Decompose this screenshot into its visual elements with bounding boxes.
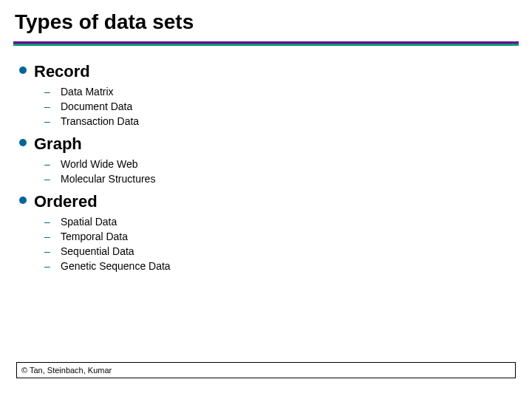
- dash-icon: –: [44, 115, 52, 127]
- list-item-text: Spatial Data: [61, 216, 117, 228]
- slide: Types of data sets Record – Data Matrix …: [0, 0, 532, 399]
- section-heading-text: Ordered: [34, 192, 98, 211]
- dash-icon: –: [44, 216, 52, 228]
- list-item-text: Document Data: [61, 100, 132, 112]
- dash-icon: –: [44, 260, 52, 272]
- list-item-text: Transaction Data: [61, 115, 139, 127]
- section-heading-text: Record: [34, 62, 90, 81]
- dash-icon: –: [44, 158, 52, 170]
- list-item-text: Genetic Sequence Data: [61, 260, 171, 272]
- list-item: – Sequential Data: [44, 245, 519, 257]
- dash-icon: –: [44, 100, 52, 112]
- dash-icon: –: [44, 173, 52, 185]
- dash-icon: –: [44, 245, 52, 257]
- section-heading: Graph: [19, 134, 519, 154]
- section-heading-text: Graph: [34, 134, 82, 154]
- dash-icon: –: [44, 86, 52, 98]
- section-heading: Record: [19, 62, 519, 81]
- dash-icon: –: [44, 231, 52, 242]
- list-item-text: World Wide Web: [61, 158, 138, 170]
- footer-text: © Tan, Steinbach, Kumar: [21, 366, 112, 375]
- list-item-text: Temporal Data: [61, 231, 128, 242]
- list-item: – Molecular Structures: [44, 173, 519, 185]
- list-item: – Spatial Data: [44, 216, 519, 228]
- list-item-text: Sequential Data: [61, 245, 134, 257]
- section-heading: Ordered: [19, 192, 519, 211]
- list-item: – Transaction Data: [44, 115, 519, 127]
- list-item-text: Data Matrix: [61, 86, 114, 98]
- list-item: – World Wide Web: [44, 158, 519, 170]
- footer-box: © Tan, Steinbach, Kumar: [16, 362, 516, 378]
- bullet-icon: [19, 66, 27, 74]
- list-item: – Data Matrix: [44, 86, 519, 98]
- bullet-icon: [19, 197, 27, 204]
- bullet-icon: [19, 139, 27, 146]
- slide-title: Types of data sets: [13, 7, 519, 41]
- slide-content: Record – Data Matrix – Document Data – T…: [13, 46, 519, 272]
- list-item: – Temporal Data: [44, 231, 519, 242]
- list-item: – Document Data: [44, 100, 519, 112]
- list-item-text: Molecular Structures: [61, 173, 155, 185]
- list-item: – Genetic Sequence Data: [44, 260, 519, 272]
